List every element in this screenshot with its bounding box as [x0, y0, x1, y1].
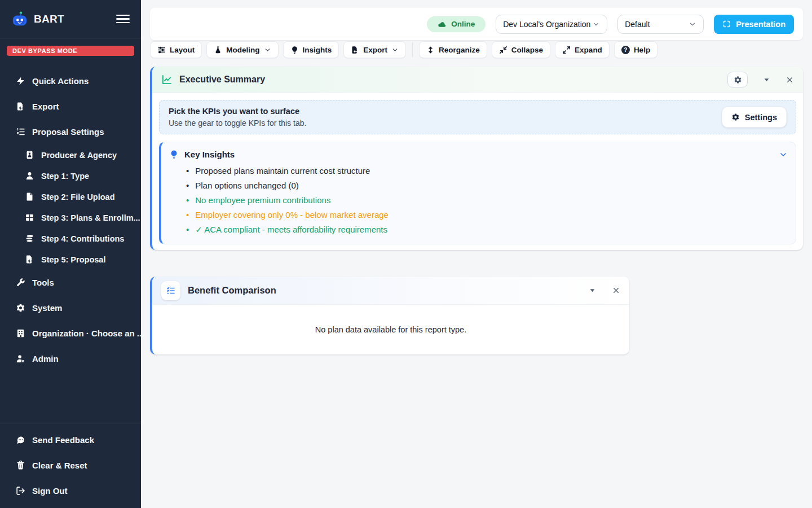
benefit-comparison-panel: Benefit Comparison No plan data availabl…	[150, 277, 629, 354]
sidebar-item-label: Clear & Reset	[32, 461, 87, 470]
sidebar-item-admin[interactable]: Admin	[0, 346, 141, 371]
insights-button[interactable]: Insights	[283, 41, 339, 58]
modeling-button[interactable]: Modeling	[206, 41, 278, 58]
sidebar-item-proposal-settings[interactable]: Proposal Settings	[0, 119, 141, 144]
help-button[interactable]: ? Help	[614, 41, 657, 58]
sidebar-item-step5-proposal[interactable]: Step 5: Proposal	[0, 249, 141, 270]
sidebar-item-label: Export	[32, 102, 59, 111]
collapse-button[interactable]: Collapse	[492, 41, 550, 58]
wrench-icon	[16, 278, 25, 287]
sidebar-item-label: Send Feedback	[32, 435, 94, 445]
export-button-label: Export	[363, 46, 387, 54]
panel-collapse-icon[interactable]	[763, 76, 770, 84]
insights-button-label: Insights	[303, 46, 332, 54]
table-icon	[25, 213, 34, 222]
sidebar-item-export[interactable]: Export	[0, 94, 141, 119]
sidebar-item-sign-out[interactable]: Sign Out	[0, 478, 141, 503]
presentation-button[interactable]: Presentation	[714, 15, 794, 34]
panel-collapse-icon[interactable]	[589, 287, 596, 294]
settings-button[interactable]: Settings	[722, 107, 787, 128]
panel-close-icon[interactable]	[785, 76, 794, 84]
insight-item: ✓ ACA compliant - meets affordability re…	[186, 222, 787, 237]
sidebar-item-label: Admin	[32, 354, 59, 364]
expand-arrows-icon	[562, 46, 571, 54]
top-bar: Online Dev Local's Organization Default …	[150, 8, 803, 40]
dev-bypass-badge: DEV BYPASS MODE	[7, 46, 134, 56]
building-icon	[16, 329, 25, 338]
sidebar-item-label: Producer & Agency	[41, 151, 117, 160]
sidebar-item-label: System	[32, 303, 62, 313]
hamburger-menu-icon[interactable]	[116, 10, 130, 28]
organization-select-value: Dev Local's Organization	[503, 20, 590, 29]
trash-icon	[16, 461, 25, 470]
benefit-comparison-header: Benefit Comparison	[152, 277, 629, 305]
sidebar-item-tools[interactable]: Tools	[0, 270, 141, 295]
sidebar-item-label: Step 2: File Upload	[41, 192, 115, 202]
cloud-icon	[438, 20, 447, 29]
sidebar-item-step2-file-upload[interactable]: Step 2: File Upload	[0, 186, 141, 207]
brand: BART	[11, 11, 64, 28]
sidebar-item-label: Tools	[32, 278, 54, 287]
sidebar-item-system[interactable]: System	[0, 295, 141, 321]
settings-button-label: Settings	[745, 113, 777, 122]
sidebar-header: BART	[0, 0, 141, 38]
expand-button[interactable]: Expand	[555, 41, 610, 58]
key-insights-list: Proposed plans maintain current cost str…	[186, 163, 787, 237]
sidebar-footer: Send Feedback Clear & Reset Sign Out	[0, 423, 141, 508]
kpi-banner-text: Pick the KPIs you want to surface Use th…	[169, 107, 306, 128]
sidebar-item-producer-agency[interactable]: Producer & Agency	[0, 144, 141, 165]
sidebar-nav: Quick Actions Export Proposal Settings P…	[0, 68, 141, 423]
reorganize-button[interactable]: Reorganize	[419, 41, 487, 58]
executive-summary-header: Executive Summary	[152, 67, 803, 93]
presentation-button-label: Presentation	[736, 20, 785, 29]
expand-button-label: Expand	[575, 46, 602, 54]
kpi-banner: Pick the KPIs you want to surface Use th…	[159, 100, 796, 134]
lightbulb-icon	[290, 46, 299, 54]
sidebar-item-organization[interactable]: Organization · Choose an ...	[0, 321, 141, 346]
chat-bubble-icon	[16, 435, 25, 445]
sidebar-item-clear-reset[interactable]: Clear & Reset	[0, 453, 141, 478]
sliders-icon	[157, 46, 166, 54]
panel-close-icon[interactable]	[612, 286, 620, 295]
sidebar-item-send-feedback[interactable]: Send Feedback	[0, 427, 141, 453]
chevron-down-icon	[689, 20, 696, 28]
chevron-down-icon[interactable]	[779, 150, 788, 159]
sidebar-item-step1-type[interactable]: Step 1: Type	[0, 165, 141, 186]
modeling-button-label: Modeling	[226, 46, 259, 54]
layout-button[interactable]: Layout	[150, 41, 202, 58]
file-export-icon	[351, 46, 359, 54]
sidebar-item-label: Step 1: Type	[41, 172, 89, 181]
chevron-down-icon	[391, 46, 399, 54]
view-select-value: Default	[625, 20, 650, 29]
list-ordered-icon	[16, 127, 25, 137]
key-insights-box: Key Insights Proposed plans maintain cur…	[159, 142, 796, 244]
lightbulb-icon	[169, 150, 179, 159]
id-card-icon	[25, 150, 34, 160]
insight-item: Proposed plans maintain current cost str…	[186, 163, 787, 178]
collapse-arrows-icon	[499, 46, 508, 54]
kpi-banner-subtitle: Use the gear to toggle KPIs for this tab…	[169, 119, 306, 128]
help-icon: ?	[621, 46, 630, 54]
reorganize-button-label: Reorganize	[439, 46, 480, 54]
user-gear-icon	[16, 354, 25, 364]
file-icon	[25, 192, 34, 202]
gear-icon	[731, 113, 740, 121]
sidebar-item-step3-plans-enrollment[interactable]: Step 3: Plans & Enrollm...	[0, 207, 141, 228]
panel-gear-button[interactable]	[727, 72, 748, 87]
sidebar-item-quick-actions[interactable]: Quick Actions	[0, 68, 141, 94]
view-select[interactable]: Default	[617, 15, 704, 34]
robot-logo-icon	[11, 11, 28, 28]
online-status-label: Online	[451, 20, 475, 28]
chart-line-icon	[161, 74, 173, 85]
online-status-badge: Online	[427, 16, 486, 32]
export-button[interactable]: Export	[343, 41, 406, 58]
main-content: Online Dev Local's Organization Default …	[141, 0, 812, 508]
sidebar: BART DEV BYPASS MODE Quick Actions Expor…	[0, 0, 141, 508]
key-insights-title: Key Insights	[184, 150, 235, 159]
organization-select[interactable]: Dev Local's Organization	[496, 15, 607, 34]
sidebar-item-label: Proposal Settings	[32, 127, 104, 137]
flask-icon	[214, 46, 222, 54]
gear-icon	[16, 303, 25, 313]
sidebar-item-step4-contributions[interactable]: Step 4: Contributions	[0, 228, 141, 249]
executive-summary-body: Pick the KPIs you want to surface Use th…	[152, 93, 803, 250]
